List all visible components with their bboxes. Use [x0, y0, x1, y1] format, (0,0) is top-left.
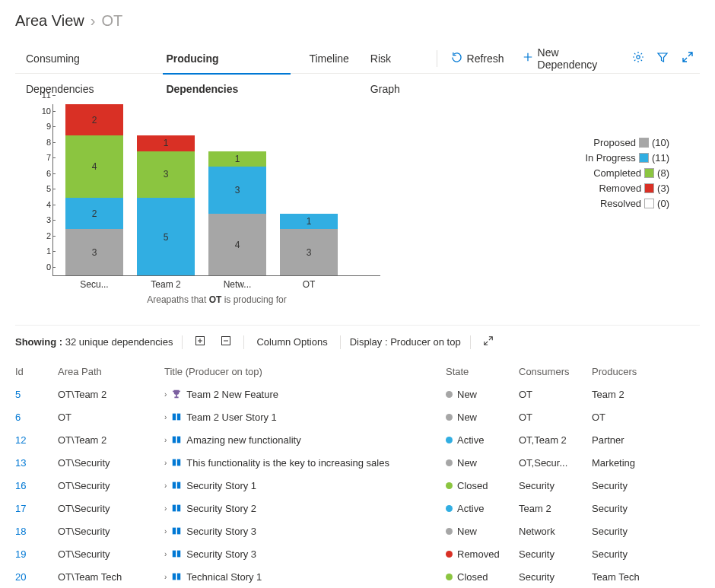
- table-row[interactable]: 20OT\Team Tech›Technical Story 1ClosedSe…: [15, 565, 700, 588]
- chart-bar[interactable]: 3242: [65, 104, 123, 276]
- cell-title[interactable]: ›Technical Story 1: [164, 571, 446, 583]
- tab-producing-dependencies[interactable]: Producing Dependencies: [155, 43, 298, 74]
- user-story-icon: [171, 457, 182, 468]
- cell-id[interactable]: 18: [15, 526, 58, 537]
- chevron-right-icon[interactable]: ›: [164, 459, 167, 467]
- chevron-right-icon[interactable]: ›: [164, 413, 167, 421]
- legend-item[interactable]: Completed(8): [585, 165, 669, 180]
- chart-bar-segment: 1: [280, 214, 338, 230]
- new-dependency-button[interactable]: New Dependency: [513, 43, 626, 74]
- chevron-right-icon[interactable]: ›: [164, 390, 167, 399]
- table-row[interactable]: 12OT\Team 2›Amazing new functionalityAct…: [15, 428, 700, 451]
- cell-producers: OT: [592, 412, 683, 423]
- legend-swatch: [639, 153, 649, 163]
- cell-title[interactable]: ›Amazing new functionality: [164, 434, 446, 446]
- svg-rect-5: [173, 437, 176, 443]
- col-title[interactable]: Title (Producer on top): [164, 366, 446, 377]
- chevron-right-icon[interactable]: ›: [164, 504, 167, 513]
- state-dot-icon: [446, 505, 453, 512]
- cell-title[interactable]: ›Security Story 2: [164, 503, 446, 514]
- table-row[interactable]: 13OT\Security›This functionality is the …: [15, 451, 700, 474]
- cell-producers: Team 2: [592, 389, 683, 400]
- tab-timeline[interactable]: Timeline: [298, 43, 359, 74]
- col-area-path[interactable]: Area Path: [58, 366, 164, 377]
- table-row[interactable]: 19OT\Security›Security Story 3RemovedSec…: [15, 542, 700, 565]
- legend-item[interactable]: Resolved(0): [585, 195, 669, 211]
- chevron-right-icon[interactable]: ›: [164, 550, 167, 558]
- svg-rect-15: [173, 551, 176, 558]
- chart-bar[interactable]: 531: [137, 135, 195, 276]
- cell-id[interactable]: 16: [15, 480, 58, 491]
- table-row[interactable]: 18OT\Security›Security Story 3NewNetwork…: [15, 520, 700, 542]
- y-tick: 1: [46, 246, 51, 256]
- divider: [470, 335, 471, 349]
- table-row[interactable]: 5OT\Team 2›Team 2 New FeatureNewOTTeam 2: [15, 383, 700, 405]
- cell-title[interactable]: ›Security Story 1: [164, 480, 446, 491]
- cell-id[interactable]: 20: [15, 571, 58, 583]
- column-options-button[interactable]: Column Options: [253, 336, 330, 348]
- chart-y-axis: 01234567891011: [30, 104, 53, 276]
- cell-title[interactable]: ›Team 2 New Feature: [164, 389, 446, 400]
- state-dot-icon: [446, 528, 453, 535]
- cell-consumers: Security: [519, 571, 592, 583]
- breadcrumb-main[interactable]: Area View: [15, 12, 84, 30]
- filter-button[interactable]: [650, 43, 675, 74]
- display-mode[interactable]: Display : Producer on top: [350, 336, 461, 348]
- table-row[interactable]: 6OT›Team 2 User Story 1NewOTOT: [15, 405, 700, 428]
- svg-rect-3: [173, 414, 176, 421]
- state-dot-icon: [446, 414, 453, 421]
- x-tick-label: OT: [280, 279, 338, 290]
- cell-producers: Marketing: [592, 457, 683, 469]
- tab-consuming-dependencies[interactable]: Consuming Dependencies: [15, 43, 155, 74]
- cell-title[interactable]: ›Security Story 3: [164, 548, 446, 560]
- legend-item[interactable]: Proposed(10): [585, 135, 669, 150]
- chevron-right-icon[interactable]: ›: [164, 527, 167, 536]
- table-row[interactable]: 16OT\Security›Security Story 1ClosedSecu…: [15, 474, 700, 497]
- cell-title[interactable]: ›Security Story 3: [164, 526, 446, 537]
- state-dot-icon: [446, 459, 453, 466]
- state-dot-icon: [446, 437, 453, 443]
- cell-id[interactable]: 6: [15, 412, 58, 423]
- chevron-right-icon[interactable]: ›: [164, 436, 167, 444]
- cell-id[interactable]: 12: [15, 434, 58, 446]
- chart-bar[interactable]: 31: [280, 214, 338, 276]
- col-id[interactable]: Id: [15, 366, 58, 377]
- cell-id[interactable]: 17: [15, 503, 58, 514]
- legend-swatch: [639, 138, 649, 148]
- col-consumers[interactable]: Consumers: [519, 366, 592, 377]
- cell-state: Active: [446, 434, 519, 446]
- chart-bar-segment: 1: [137, 135, 195, 151]
- col-state[interactable]: State: [446, 366, 519, 377]
- cell-area-path: OT\Security: [58, 503, 164, 514]
- cell-id[interactable]: 13: [15, 457, 58, 469]
- col-producers[interactable]: Producers: [592, 366, 683, 377]
- y-tick: 9: [46, 122, 51, 131]
- legend-swatch: [644, 183, 654, 193]
- chart-bar[interactable]: 431: [208, 151, 266, 276]
- chart-x-caption: Areapaths that OT is producing for: [53, 294, 380, 305]
- refresh-icon: [451, 52, 462, 65]
- svg-rect-17: [173, 574, 176, 580]
- cell-title[interactable]: ›Team 2 User Story 1: [164, 412, 446, 423]
- cell-producers: Partner: [592, 434, 683, 446]
- expand-panel-button[interactable]: [480, 335, 497, 348]
- collapse-all-button[interactable]: [218, 335, 234, 348]
- chevron-right-icon[interactable]: ›: [164, 573, 167, 581]
- tab-bar: Consuming Dependencies Producing Depende…: [15, 43, 700, 74]
- cell-producers: Team Tech: [592, 571, 683, 583]
- tab-risk-graph[interactable]: Risk Graph: [360, 43, 432, 74]
- settings-button[interactable]: [626, 43, 650, 74]
- cell-area-path: OT\Team Tech: [58, 571, 164, 583]
- expand-all-button[interactable]: [192, 335, 208, 348]
- cell-state: Removed: [446, 548, 519, 560]
- legend-item[interactable]: Removed(3): [585, 180, 669, 195]
- table-row[interactable]: 17OT\Security›Security Story 2ActiveTeam…: [15, 497, 700, 520]
- chevron-right-icon[interactable]: ›: [164, 482, 167, 490]
- chart-bar-segment: 3: [280, 229, 338, 276]
- cell-id[interactable]: 5: [15, 389, 58, 400]
- cell-id[interactable]: 19: [15, 548, 58, 560]
- cell-title[interactable]: ›This functionality is the key to increa…: [164, 457, 446, 469]
- fullscreen-button[interactable]: [675, 43, 700, 74]
- legend-item[interactable]: In Progress(11): [585, 150, 669, 165]
- refresh-button[interactable]: Refresh: [442, 43, 513, 74]
